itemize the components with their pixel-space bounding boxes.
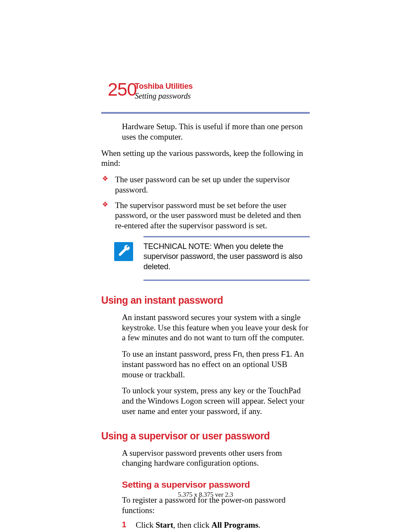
technical-note-text: TECHNICAL NOTE: When you delete the supe… <box>143 242 310 272</box>
heading-supervisor-user: Using a supervisor or user password <box>101 430 310 442</box>
section-name: Setting passwords <box>135 92 310 101</box>
key-fn: Fn <box>233 350 242 358</box>
technical-note: TECHNICAL NOTE: When you delete the supe… <box>101 236 310 281</box>
bullet-text: The user password can be set up under th… <box>115 175 290 194</box>
divider-note-bottom <box>143 280 310 281</box>
instant-block: An instant password secures your system … <box>122 312 310 417</box>
bullet-item: The supervisor password must be set befo… <box>101 200 310 231</box>
step-number: 1 <box>122 520 126 530</box>
step-item: 1 Click Start, then click All Programs. <box>122 520 310 530</box>
divider-top <box>101 112 310 114</box>
chapter-title: Toshiba Utilities <box>135 82 310 91</box>
bullet-item: The user password can be set up under th… <box>101 174 310 195</box>
wrench-icon <box>114 242 133 261</box>
instant-paragraph-1: An instant password secures your system … <box>122 312 310 343</box>
intro-paragraph-2: When setting up the various passwords, k… <box>101 148 310 169</box>
key-f1: F1 <box>281 350 290 358</box>
supervisor-block: A supervisor password prevents other use… <box>122 448 310 469</box>
instant-paragraph-2: To use an instant password, press Fn, th… <box>122 349 310 380</box>
bullet-text: The supervisor password must be set befo… <box>115 201 301 230</box>
intro-paragraph-1: Hardware Setup. This is useful if more t… <box>122 121 310 142</box>
page-number: 250 <box>108 79 137 100</box>
ui-all-programs: All Programs <box>212 520 258 529</box>
setting-block: To register a password for the power-on … <box>122 495 310 530</box>
page-header: 250 Toshiba Utilities Setting passwords <box>101 82 310 101</box>
ui-start: Start <box>156 520 173 529</box>
note-label: TECHNICAL NOTE: <box>143 242 214 251</box>
intro-block: Hardware Setup. This is useful if more t… <box>122 121 310 142</box>
intro-bullet-list: The user password can be set up under th… <box>101 174 310 231</box>
heading-setting-supervisor: Setting a supervisor password <box>122 479 310 490</box>
divider-note-top <box>143 236 310 237</box>
footer-text: 5.375 x 8.375 ver 2.3 <box>0 491 411 498</box>
page: 250 Toshiba Utilities Setting passwords … <box>0 0 411 532</box>
supervisor-paragraph-1: A supervisor password prevents other use… <box>122 448 310 469</box>
heading-instant-password: Using an instant password <box>101 295 310 306</box>
instant-paragraph-3: To unlock your system, press any key or … <box>122 386 310 416</box>
numbered-steps: 1 Click Start, then click All Programs. <box>122 520 310 530</box>
